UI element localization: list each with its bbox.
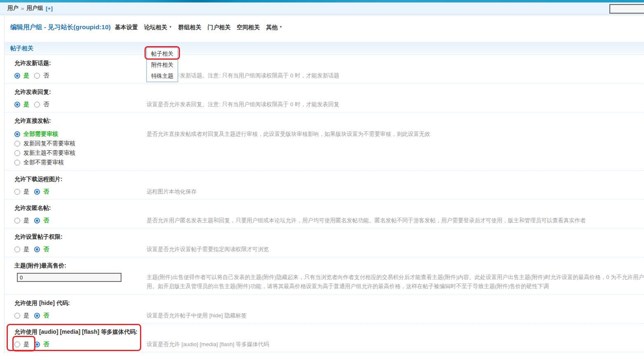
tab-basic-settings[interactable]: 基本设置: [115, 23, 138, 31]
radio-option-yes[interactable]: 是: [14, 188, 29, 196]
radio-option-no[interactable]: 否: [34, 100, 49, 109]
radio-checked-icon[interactable]: [34, 313, 40, 319]
radio-option-no[interactable]: 否: [34, 188, 49, 196]
field-description: 设置是否允许发表回复。注意: 只有当用户组阅读权限高于 0 时，才能发表回复: [147, 100, 644, 109]
field-description: 主题(附件)出售使得作者可以将自己发表的主题(附件)隐藏起来，只有当浏览者向作者…: [147, 273, 644, 291]
field-description: 设置是否允许设置帖子需要指定阅读权限才可浏览: [147, 245, 644, 254]
radio-label: 是: [23, 188, 29, 195]
tab-group-related[interactable]: 群组相关: [178, 23, 201, 31]
forum-related-dropdown: 帖子相关 附件相关 特殊主题: [146, 47, 178, 82]
radio-label: 是: [23, 217, 29, 224]
breadcrumb-add-link[interactable]: [+]: [46, 5, 53, 12]
tab-label: 论坛相关: [144, 23, 167, 31]
radio-unchecked-icon[interactable]: [34, 73, 40, 79]
breadcrumb-bar: 用户 » 用户组 [+]: [0, 2, 644, 14]
radio-label: 是: [23, 246, 29, 253]
dropdown-item-label: 帖子相关: [151, 51, 173, 57]
radio-label: 否: [43, 217, 49, 224]
radio-unchecked-icon[interactable]: [14, 189, 20, 195]
breadcrumb-users-link[interactable]: 用户: [7, 5, 19, 12]
radio-unchecked-icon[interactable]: [14, 150, 20, 156]
section-header-post-related: 帖子相关: [5, 42, 644, 55]
radio-option-no[interactable]: 否: [34, 72, 49, 80]
radio-option-yes[interactable]: 是: [14, 72, 29, 80]
radio-label: 否: [43, 72, 49, 79]
radio-label: 否: [43, 188, 49, 195]
radio-label: 是: [23, 72, 29, 79]
form-row-allow-hide-code: 允许使用 [hide] 代码: 是 否 设置是否允许帖子中使用 [hide] 隐…: [5, 295, 644, 323]
radio-checked-icon[interactable]: [14, 131, 20, 137]
dropdown-item-attachment-related[interactable]: 附件相关: [147, 59, 177, 70]
field-label: 允许设置帖子权限:: [14, 233, 644, 241]
form-row-allow-remote-images: 允许下载远程图片: 是 否 远程图片本地化保存: [5, 171, 644, 200]
radio-checked-icon[interactable]: [34, 342, 40, 347]
radio-label: 否: [43, 312, 49, 319]
radio-option-replies-no-review[interactable]: 发新回复不需要审核: [14, 139, 147, 148]
radio-unchecked-icon[interactable]: [14, 313, 20, 319]
tab-label: 空间相关: [237, 23, 260, 31]
radio-option-no[interactable]: 否: [34, 216, 49, 225]
radio-label: 全部不需要审核: [23, 159, 64, 166]
radio-label: 发新主题不需要审核: [23, 149, 75, 157]
tab-portal-related[interactable]: 门户相关: [208, 23, 231, 31]
radio-option-topics-no-review[interactable]: 发新主题不需要审核: [14, 148, 147, 158]
caret-down-icon: ▼: [279, 23, 282, 31]
radio-option-yes[interactable]: 是: [14, 245, 29, 254]
tab-bar: 基本设置 论坛相关 ▼ 群组相关 门户相关 空间相关 其他 ▼: [115, 23, 282, 31]
caret-down-icon: ▼: [169, 23, 172, 31]
page-header: 编辑用户组 - 见习站长(groupid:10) 基本设置 论坛相关 ▼ 群组相…: [5, 16, 644, 41]
field-label: 允许使用 [hide] 代码:: [14, 299, 644, 307]
radio-unchecked-icon[interactable]: [14, 141, 20, 147]
radio-checked-icon[interactable]: [34, 189, 40, 195]
breadcrumb: 用户 » 用户组 [+]: [7, 5, 53, 12]
form-row-allow-anonymous-posts: 允许发匿名帖: 是 否 是否允许用户匿名发表主题和回复，只要用户组或本论坛允许，…: [5, 200, 644, 228]
radio-option-yes[interactable]: 是: [14, 100, 29, 109]
radio-unchecked-icon[interactable]: [34, 102, 40, 107]
radio-option-no[interactable]: 否: [34, 340, 49, 349]
radio-label: 否: [43, 101, 49, 108]
radio-checked-icon[interactable]: [14, 102, 20, 107]
tab-label: 其他: [266, 23, 278, 31]
dropdown-item-post-related[interactable]: 帖子相关: [147, 48, 177, 59]
radio-option-no[interactable]: 否: [34, 245, 49, 254]
radio-option-yes[interactable]: 是: [14, 312, 29, 320]
radio-unchecked-icon[interactable]: [14, 218, 20, 223]
dropdown-item-special-topic[interactable]: 特殊主题: [147, 70, 177, 81]
radio-label: 否: [43, 246, 49, 253]
tab-space-related[interactable]: 空间相关: [237, 23, 260, 31]
tab-others[interactable]: 其他 ▼: [266, 23, 282, 31]
field-description: 是否允许直接发帖或者对回复及主题进行审核，此设置受版块审核影响，如果版块设置为不…: [147, 129, 644, 139]
topbar-input[interactable]: [609, 4, 644, 14]
max-price-input[interactable]: [17, 273, 121, 282]
main-content: 编辑用户组 - 见习站长(groupid:10) 基本设置 论坛相关 ▼ 群组相…: [4, 16, 644, 354]
description-line: 用。如开启版主及管理员的出售主题(附件)功能，请将其最高价格设置为高于普通用户组…: [147, 282, 644, 291]
radio-label: 是: [23, 312, 29, 319]
radio-option-yes[interactable]: 是: [14, 216, 29, 225]
field-label: 允许发新话题:: [14, 59, 644, 67]
field-label: 主题(附件)最高售价:: [14, 261, 644, 270]
form-row-allow-new-topics: 允许发新话题: 是 否 设置是否允许发新话题。注意: 只有当用户组阅读权限高于 …: [5, 55, 644, 84]
dropdown-item-label: 特殊主题: [151, 73, 173, 79]
tab-forum-related[interactable]: 论坛相关 ▼: [144, 23, 172, 31]
radio-checked-icon[interactable]: [34, 247, 40, 252]
breadcrumb-usergroup-link[interactable]: 用户组: [27, 5, 44, 12]
radio-option-none-need-review[interactable]: 全部不需要审核: [14, 158, 147, 167]
field-description: 是否允许用户匿名发表主题和回复，只要用户组或本论坛允许，用户均可使用匿名发帖功能…: [147, 216, 644, 225]
tab-label: 门户相关: [208, 23, 231, 31]
radio-unchecked-icon[interactable]: [14, 247, 20, 252]
field-description: 设置是否允许 [audio] [media] [flash] 等多媒体代码: [147, 340, 644, 349]
form-row-allow-post-permissions: 允许设置帖子权限: 是 否 设置是否允许设置帖子需要指定阅读权限才可浏览: [5, 228, 644, 257]
field-description: 设置是否允许帖子中使用 [hide] 隐藏标签: [147, 312, 644, 320]
radio-option-yes[interactable]: 是: [14, 340, 29, 349]
form-row-allow-media-code: 允许使用 [audio] [media] [flash] 等多媒体代码: 是 否…: [5, 323, 644, 352]
radio-option-all-need-review[interactable]: 全部需要审核: [14, 129, 147, 139]
radio-checked-icon[interactable]: [34, 218, 40, 223]
radio-option-no[interactable]: 否: [34, 312, 49, 320]
radio-checked-icon[interactable]: [14, 73, 20, 79]
form-row-allow-replies: 允许发表回复: 是 否 设置是否允许发表回复。注意: 只有当用户组阅读权限高于 …: [5, 84, 644, 112]
field-label: 允许发表回复:: [14, 88, 644, 96]
field-description: 设置是否允许发新话题。注意: 只有当用户组阅读权限高于 0 时，才能发新话题: [147, 72, 644, 80]
page-title: 编辑用户组 - 见习站长(groupid:10): [10, 23, 115, 31]
radio-unchecked-icon[interactable]: [14, 160, 20, 165]
radio-unchecked-icon[interactable]: [14, 342, 20, 347]
